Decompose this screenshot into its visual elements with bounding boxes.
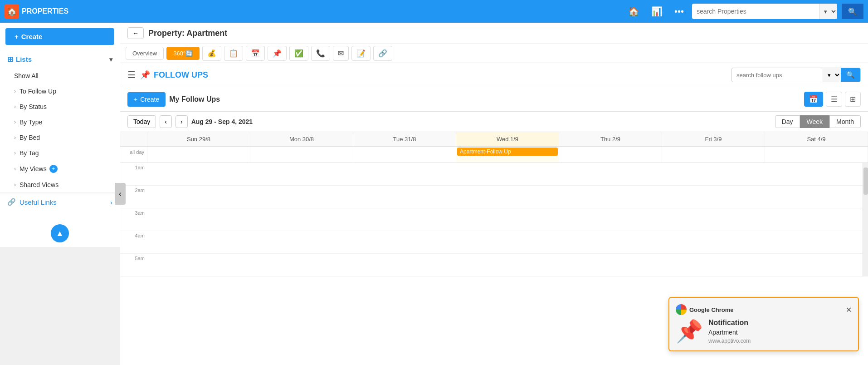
- calendar-day-headers: Sun 29/8 Mon 30/8 Tue 31/8 Wed 1/9 Thu 2…: [120, 132, 868, 147]
- breadcrumb-title: Property: Apartment: [148, 29, 227, 38]
- tab-list[interactable]: 📋: [224, 46, 243, 61]
- more-nav-button[interactable]: •••: [671, 5, 688, 19]
- sidebar-item-by-tag[interactable]: › By Tag: [0, 145, 120, 161]
- calendar-allday-row: all day Apartment-Follow Up: [120, 147, 868, 163]
- slot-tue-5am: [352, 254, 454, 276]
- notification-popup: Google Chrome ✕ 📌 Notification Apartment…: [668, 297, 859, 351]
- notification-text: Notification Apartment www.apptivo.com: [708, 319, 751, 344]
- day-header-sun: Sun 29/8: [147, 132, 250, 146]
- slot-mon-3am: [249, 208, 351, 231]
- notification-title: Notification: [708, 319, 751, 327]
- time-col-header: [120, 132, 147, 146]
- my-views-add-icon[interactable]: +: [49, 165, 58, 173]
- sidebar-collapse-button[interactable]: ‹: [115, 183, 126, 205]
- time-grid-inner: 1am 2am: [120, 163, 863, 276]
- home-nav-button[interactable]: 🏠: [624, 4, 643, 19]
- tab-attachments[interactable]: 🔗: [373, 46, 392, 61]
- calendar-event[interactable]: Apartment-Follow Up: [457, 148, 558, 156]
- tab-calendar[interactable]: 📅: [246, 46, 265, 61]
- cal-nav-left: Today ‹ › Aug 29 - Sep 4, 2021: [127, 115, 253, 128]
- by-status-arrow-icon: ›: [14, 104, 16, 110]
- slot-sat-4am: [761, 231, 863, 254]
- collapse-icon: ‹: [119, 190, 121, 198]
- allday-label: all day: [120, 147, 147, 163]
- sidebar-item-by-status[interactable]: › By Status: [0, 99, 120, 114]
- slot-tue-4am: [352, 231, 454, 254]
- allday-sun: [147, 147, 250, 163]
- followups-menu-icon[interactable]: ☰: [127, 69, 136, 80]
- tab-email[interactable]: ✉: [333, 46, 349, 61]
- calendar-scrollbar[interactable]: [863, 163, 868, 276]
- toolbar-left: + Create My Follow Ups: [127, 92, 220, 107]
- slot-thu-3am: [556, 208, 658, 231]
- followups-search-input[interactable]: [732, 72, 823, 79]
- top-navigation: 🏠 PROPERTIES 🏠 📊 ••• ▾ 🔍: [0, 0, 868, 23]
- allday-wed: Apartment-Follow Up: [456, 147, 559, 163]
- calendar-view-button[interactable]: 📅: [804, 92, 823, 107]
- sidebar-item-my-views[interactable]: › My Views +: [0, 161, 120, 177]
- chart-nav-button[interactable]: 📊: [648, 4, 666, 19]
- calendar-view-tabs: Day Week Month: [775, 115, 861, 128]
- slot-sat-1am: [761, 163, 863, 186]
- next-week-button[interactable]: ›: [176, 115, 188, 128]
- scroll-up-button[interactable]: ▲: [51, 224, 69, 242]
- back-button[interactable]: ←: [127, 27, 144, 39]
- sidebar-item-useful-links[interactable]: 🔗 Useful Links ›: [0, 193, 120, 211]
- allday-sat: [765, 147, 868, 163]
- month-view-tab[interactable]: Month: [829, 115, 861, 128]
- slot-wed-3am: [454, 208, 556, 231]
- slot-mon-5am: [249, 254, 351, 276]
- slot-tue-1am: [352, 163, 454, 186]
- tab-financials[interactable]: 💰: [202, 46, 221, 61]
- tab-overview[interactable]: Overview: [126, 47, 164, 60]
- sidebar-item-to-follow-up[interactable]: › To Follow Up: [0, 84, 120, 99]
- followups-create-button[interactable]: + Create: [127, 92, 166, 107]
- day-header-thu: Thu 2/9: [559, 132, 662, 146]
- sidebar-item-by-type[interactable]: › By Type: [0, 114, 120, 130]
- list-view-button[interactable]: ☰: [826, 92, 842, 107]
- create-plus-icon: +: [15, 33, 19, 40]
- slot-fri-5am: [658, 254, 760, 276]
- notification-pin-icon: 📌: [676, 319, 703, 344]
- breadcrumb-bar: ← Property: Apartment: [120, 23, 868, 44]
- app-logo: 🏠 PROPERTIES: [5, 4, 68, 19]
- allday-mon: [250, 147, 353, 163]
- tab-360[interactable]: 360°🔄: [166, 47, 200, 60]
- sidebar-lists-header[interactable]: ⊞ Lists ▾: [0, 50, 120, 68]
- followups-search-button[interactable]: 🔍: [841, 68, 860, 82]
- today-button[interactable]: Today: [127, 115, 156, 128]
- table-view-button[interactable]: ⊞: [845, 92, 861, 107]
- week-view-tab[interactable]: Week: [800, 115, 830, 128]
- followups-search-dropdown[interactable]: ▾: [823, 68, 841, 82]
- allday-thu: [559, 147, 662, 163]
- allday-tue: [353, 147, 456, 163]
- property-search-bar: ▾: [692, 4, 837, 19]
- app-name: PROPERTIES: [22, 7, 68, 15]
- property-search-input[interactable]: [692, 8, 819, 15]
- pushpin-icon: 📌: [140, 70, 150, 80]
- sidebar-item-shared-views[interactable]: › Shared Views: [0, 177, 120, 192]
- tab-notes[interactable]: 📝: [351, 46, 371, 61]
- slot-sun-1am: [147, 163, 249, 186]
- by-bed-arrow-icon: ›: [14, 134, 16, 141]
- link-icon: 🔗: [7, 198, 16, 206]
- sidebar-item-show-all[interactable]: Show All: [0, 68, 120, 84]
- followups-title: 📌 FOLLOW UPS: [140, 70, 208, 80]
- tab-calls[interactable]: 📞: [311, 46, 330, 61]
- tab-tasks[interactable]: ✅: [289, 46, 308, 61]
- notification-close-button[interactable]: ✕: [846, 306, 852, 314]
- sidebar: + + Create Create ⊞ Lists ▾ Show All ›: [0, 23, 120, 247]
- property-search-dropdown[interactable]: ▾: [819, 4, 837, 19]
- timeslot-1am: 1am: [120, 163, 147, 186]
- calendar-date-range: Aug 29 - Sep 4, 2021: [191, 118, 253, 125]
- prev-week-button[interactable]: ‹: [160, 115, 172, 128]
- chrome-logo-icon: [676, 304, 687, 315]
- day-header-mon: Mon 30/8: [250, 132, 353, 146]
- sidebar-item-by-bed[interactable]: › By Bed: [0, 130, 120, 145]
- slot-sat-3am: [761, 208, 863, 231]
- create-button[interactable]: + + Create Create: [5, 28, 114, 45]
- day-view-tab[interactable]: Day: [775, 115, 800, 128]
- property-search-button[interactable]: 🔍: [842, 4, 863, 19]
- slot-fri-2am: [658, 186, 760, 208]
- tab-pin[interactable]: 📌: [268, 46, 287, 61]
